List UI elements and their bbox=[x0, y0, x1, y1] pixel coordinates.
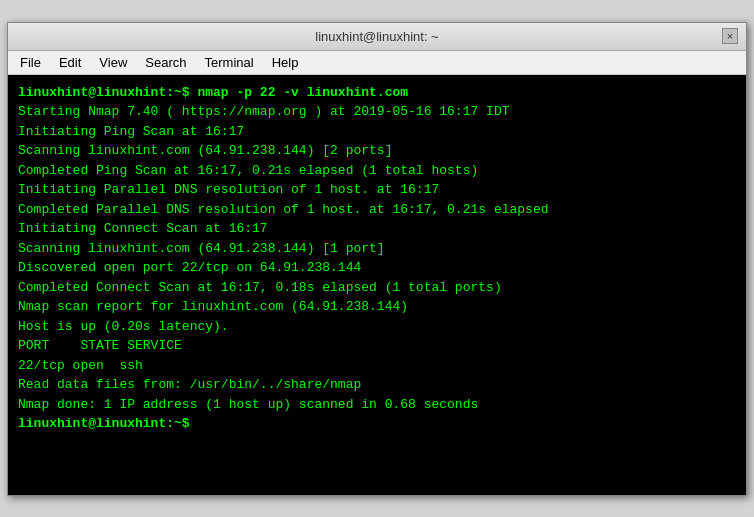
terminal-line: Initiating Connect Scan at 16:17 bbox=[18, 219, 736, 239]
menu-bar: FileEditViewSearchTerminalHelp bbox=[8, 51, 746, 75]
terminal-line: linuxhint@linuxhint:~$ bbox=[18, 414, 736, 434]
menu-item-terminal[interactable]: Terminal bbox=[197, 53, 262, 72]
terminal-line: linuxhint@linuxhint:~$ nmap -p 22 -v lin… bbox=[18, 83, 736, 103]
terminal-line: Completed Connect Scan at 16:17, 0.18s e… bbox=[18, 278, 736, 298]
menu-item-file[interactable]: File bbox=[12, 53, 49, 72]
terminal-line: Scanning linuxhint.com (64.91.238.144) [… bbox=[18, 239, 736, 259]
terminal-line: Nmap done: 1 IP address (1 host up) scan… bbox=[18, 395, 736, 415]
close-button[interactable]: × bbox=[722, 28, 738, 44]
terminal-line: Host is up (0.20s latency). bbox=[18, 317, 736, 337]
terminal-line: Read data files from: /usr/bin/../share/… bbox=[18, 375, 736, 395]
terminal-line: 22/tcp open ssh bbox=[18, 356, 736, 376]
terminal-line: Initiating Ping Scan at 16:17 bbox=[18, 122, 736, 142]
terminal-line: Starting Nmap 7.40 ( https://nmap.org ) … bbox=[18, 102, 736, 122]
terminal-line: PORT STATE SERVICE bbox=[18, 336, 736, 356]
menu-item-search[interactable]: Search bbox=[137, 53, 194, 72]
terminal-line: Completed Parallel DNS resolution of 1 h… bbox=[18, 200, 736, 220]
title-bar: linuxhint@linuxhint: ~ × bbox=[8, 23, 746, 51]
terminal-line: Nmap scan report for linuxhint.com (64.9… bbox=[18, 297, 736, 317]
terminal-line: Initiating Parallel DNS resolution of 1 … bbox=[18, 180, 736, 200]
terminal-window: linuxhint@linuxhint: ~ × FileEditViewSea… bbox=[7, 22, 747, 496]
menu-item-edit[interactable]: Edit bbox=[51, 53, 89, 72]
menu-item-help[interactable]: Help bbox=[264, 53, 307, 72]
menu-item-view[interactable]: View bbox=[91, 53, 135, 72]
window-title: linuxhint@linuxhint: ~ bbox=[32, 29, 722, 44]
terminal-body[interactable]: linuxhint@linuxhint:~$ nmap -p 22 -v lin… bbox=[8, 75, 746, 495]
terminal-line: Completed Ping Scan at 16:17, 0.21s elap… bbox=[18, 161, 736, 181]
terminal-line: Scanning linuxhint.com (64.91.238.144) [… bbox=[18, 141, 736, 161]
terminal-line: Discovered open port 22/tcp on 64.91.238… bbox=[18, 258, 736, 278]
